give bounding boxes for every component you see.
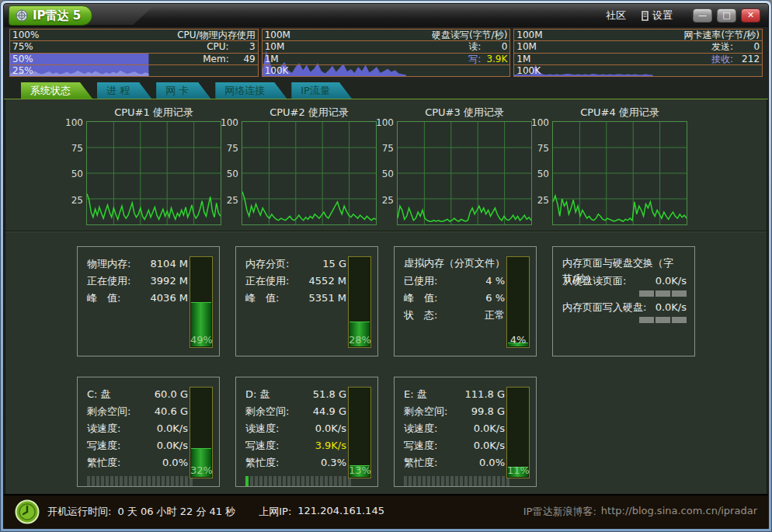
scale-label: 1M bbox=[265, 54, 279, 64]
system-status-page: CPU#1 使用记录 100 75 50 25 CPU#2 使用记录 bbox=[5, 99, 767, 494]
stat-label: 从硬盘读页面: bbox=[562, 273, 626, 290]
cpu2-y-axis: 100 75 50 25 bbox=[223, 121, 242, 225]
page-memory-box: 内存分页:15 G 正在使用:4552 M 峰 值:5351 M 28% bbox=[235, 246, 378, 356]
disk-d-box: D: 盘51.8 G 剩余空间:44.9 G 读速度:0.0K/s 写速度:3.… bbox=[235, 377, 378, 487]
stat-value: 4036 M bbox=[151, 290, 188, 307]
virtual-memory-box: 虚拟内存（分页文件） 已使用:4 % 峰 值:6 % 状 态:正常 4% bbox=[394, 246, 537, 356]
section-divider bbox=[5, 231, 767, 232]
cpu-history-row: CPU#1 使用记录 100 75 50 25 CPU#2 使用记录 bbox=[5, 106, 767, 225]
mem-stat-value: 49 bbox=[232, 54, 256, 64]
page-swap-box: 内存页面与硬盘交换（字节/秒） 从硬盘读页面:0.0K/s 内存页面写入硬盘:0… bbox=[552, 246, 695, 356]
stat-label: 内存页面写入硬盘: bbox=[562, 299, 646, 316]
settings-button[interactable]: 设置 bbox=[642, 9, 673, 23]
stat-label: D: 盘 bbox=[245, 386, 270, 403]
stat-value: 8104 M bbox=[151, 256, 188, 273]
stat-label: 内存分页: bbox=[245, 256, 289, 273]
stat-label: 读速度: bbox=[404, 420, 437, 437]
uptime-clock-icon bbox=[15, 499, 40, 524]
stat-value: 99.8 G bbox=[471, 403, 505, 420]
gauge-percent: 49% bbox=[190, 334, 212, 346]
uptime-label: 开机运行时间: bbox=[47, 505, 111, 519]
gauge-percent: 32% bbox=[190, 464, 212, 476]
stat-label: E: 盘 bbox=[404, 386, 427, 403]
stat-label: 峰 值: bbox=[87, 290, 120, 307]
stat-label: 正在使用: bbox=[245, 273, 289, 290]
swap-write-meter bbox=[562, 317, 687, 323]
panel-title: CPU/物理内存使用 bbox=[177, 30, 255, 40]
disk-read-label: 读: bbox=[468, 41, 481, 52]
stat-value: 0.0K/s bbox=[157, 420, 188, 437]
scale-label: 10M bbox=[516, 41, 537, 52]
stat-value: 0.0K/s bbox=[157, 437, 188, 454]
disk-e-busy-meter bbox=[404, 476, 509, 486]
stat-value: 0.0K/s bbox=[656, 299, 687, 316]
blog-url-link[interactable]: http://blog.sina.com.cn/ipradar bbox=[601, 505, 757, 519]
app-logo-pill: IP雷达 5 bbox=[9, 5, 92, 26]
stat-value: 0.0K/s bbox=[315, 420, 346, 437]
stat-label: 写速度: bbox=[87, 437, 120, 454]
tab-processes[interactable]: 进 程 bbox=[97, 82, 151, 99]
stat-value: 15 G bbox=[322, 256, 346, 273]
radar-icon bbox=[16, 9, 28, 22]
cpu1-chart-title: CPU#1 使用记录 bbox=[68, 106, 221, 121]
disk-write-label: 写: bbox=[468, 54, 481, 64]
panel-title: 硬盘读写(字节/秒) bbox=[432, 30, 507, 40]
cpu4-y-axis: 100 75 50 25 bbox=[534, 121, 552, 225]
stat-value: 5351 M bbox=[309, 290, 346, 307]
stat-value: 0.0% bbox=[162, 454, 188, 471]
disk-d-busy-meter bbox=[245, 476, 351, 486]
stat-label: 繁忙度: bbox=[87, 454, 120, 471]
physical-memory-box: 物理内存:8104 M 正在使用:3992 M 峰 值:4036 M 49% bbox=[77, 246, 220, 356]
memory-box-row: 物理内存:8104 M 正在使用:3992 M 峰 值:4036 M 49% 内… bbox=[5, 246, 767, 356]
stat-value: 4 % bbox=[485, 273, 505, 290]
cpu3-chart-title: CPU#3 使用记录 bbox=[378, 106, 532, 121]
stat-label: 读速度: bbox=[245, 420, 279, 437]
gauge-percent: 4% bbox=[507, 334, 529, 346]
panel-title: 网卡速率(字节/秒) bbox=[684, 30, 760, 40]
stat-label: 已使用: bbox=[404, 273, 437, 290]
stat-label: 剩余空间: bbox=[245, 403, 289, 420]
app-title: IP雷达 5 bbox=[33, 9, 81, 23]
tab-system-status[interactable]: 系统状态 bbox=[21, 82, 92, 99]
stat-label: 写速度: bbox=[404, 437, 437, 454]
stat-value: 40.6 G bbox=[155, 403, 188, 420]
stat-label: 繁忙度: bbox=[245, 454, 279, 471]
stat-value: 0.3% bbox=[321, 454, 346, 471]
statusbar: 开机运行时间:0 天 06 小时 22 分 41 秒 上网IP:121.204.… bbox=[4, 494, 768, 528]
tab-network-connections[interactable]: 网络连接 bbox=[215, 82, 287, 99]
scale-label: 10M bbox=[265, 41, 285, 52]
cpu3-y-axis: 100 75 50 25 bbox=[378, 121, 397, 225]
stat-value: 111.8 G bbox=[465, 386, 505, 403]
page-memory-gauge: 28% bbox=[348, 256, 371, 348]
community-button[interactable]: 社区 bbox=[606, 9, 626, 23]
stat-label: 繁忙度: bbox=[404, 454, 437, 471]
gauge-percent: 13% bbox=[349, 464, 370, 476]
stat-value: 0.0K/s bbox=[656, 273, 687, 290]
disk-read-value: 0 bbox=[484, 41, 507, 52]
stat-value: 60.0 G bbox=[155, 386, 188, 403]
top-monitor-strip: 100%CPU/物理内存使用 75%CPU:3 50%Mem:49 25% 10… bbox=[4, 27, 768, 80]
stat-label: 正在使用: bbox=[87, 273, 130, 290]
stat-value: 正常 bbox=[485, 307, 505, 324]
scale-label: 1M bbox=[516, 54, 530, 64]
stat-value: 0.0K/s bbox=[474, 420, 505, 437]
close-button[interactable]: ✕ bbox=[741, 9, 760, 23]
stat-value-highlight: 3.9K/s bbox=[315, 437, 346, 454]
tab-ip-traffic[interactable]: IP流量 bbox=[291, 82, 352, 99]
stat-value: 3992 M bbox=[151, 273, 188, 290]
maximize-button[interactable]: □ bbox=[717, 9, 736, 23]
cpu4-usage-chart bbox=[552, 121, 687, 225]
cpu2-usage-chart bbox=[242, 121, 377, 225]
wan-ip-label: 上网IP: bbox=[259, 505, 291, 519]
cpu4-chart-unit: CPU#4 使用记录 100 75 50 25 bbox=[534, 106, 687, 225]
stat-label: C: 盘 bbox=[87, 386, 111, 403]
scale-label: 100K bbox=[516, 65, 541, 76]
minimize-button[interactable]: — bbox=[693, 9, 712, 23]
tab-network-card[interactable]: 网 卡 bbox=[156, 82, 210, 99]
disk-c-box: C: 盘60.0 G 剩余空间:40.6 G 读速度:0.0K/s 写速度:0.… bbox=[77, 377, 220, 487]
scale-label: 25% bbox=[12, 65, 33, 76]
tabbar: 系统状态 进 程 网 卡 网络连接 IP流量 bbox=[4, 80, 768, 99]
cpu-mem-panel: 100%CPU/物理内存使用 75%CPU:3 50%Mem:49 25% bbox=[9, 29, 259, 77]
net-recv-value: 212 bbox=[736, 54, 760, 64]
disk-c-busy-meter bbox=[87, 476, 193, 486]
